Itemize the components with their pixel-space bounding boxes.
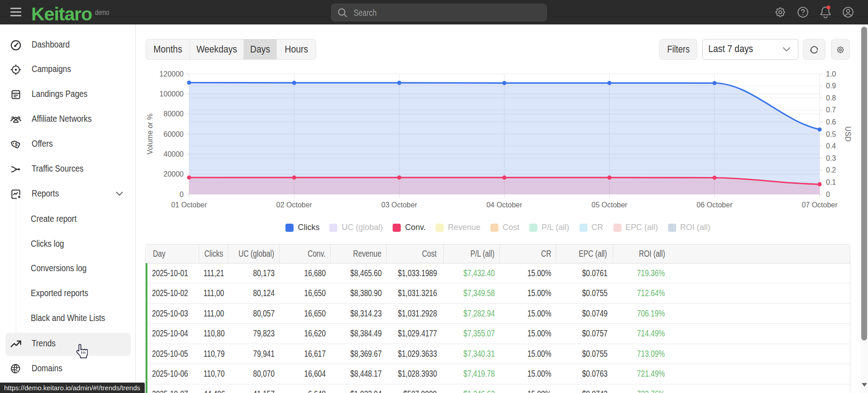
svg-text:0.3: 0.3 (826, 154, 836, 162)
svg-text:02 October: 02 October (276, 201, 313, 209)
svg-text:1.0: 1.0 (826, 70, 836, 78)
svg-text:0.9: 0.9 (826, 82, 836, 90)
svg-text:0.8: 0.8 (826, 94, 836, 102)
svg-text:05 October: 05 October (592, 201, 628, 209)
svg-text:120000: 120000 (160, 70, 184, 78)
svg-text:0.7: 0.7 (826, 106, 836, 114)
svg-text:0.1: 0.1 (826, 178, 836, 186)
svg-text:0.6: 0.6 (826, 118, 836, 126)
svg-text:20000: 20000 (164, 170, 184, 178)
svg-text:0.2: 0.2 (826, 166, 836, 174)
svg-text:Volume or %: Volume or % (146, 114, 154, 155)
svg-text:0.5: 0.5 (826, 130, 836, 138)
svg-text:60000: 60000 (164, 130, 184, 138)
svg-text:03 October: 03 October (381, 201, 417, 209)
svg-text:0.4: 0.4 (826, 142, 836, 150)
svg-text:USD: USD (844, 126, 852, 142)
svg-text:0: 0 (180, 191, 184, 198)
svg-text:01 October: 01 October (171, 201, 207, 209)
svg-text:40000: 40000 (164, 150, 184, 158)
svg-text:06 October: 06 October (697, 201, 733, 209)
svg-text:0: 0 (826, 191, 830, 198)
svg-text:80000: 80000 (164, 110, 184, 118)
svg-text:100000: 100000 (160, 90, 184, 98)
svg-text:04 October: 04 October (486, 201, 522, 209)
svg-text:07 October: 07 October (802, 201, 838, 209)
